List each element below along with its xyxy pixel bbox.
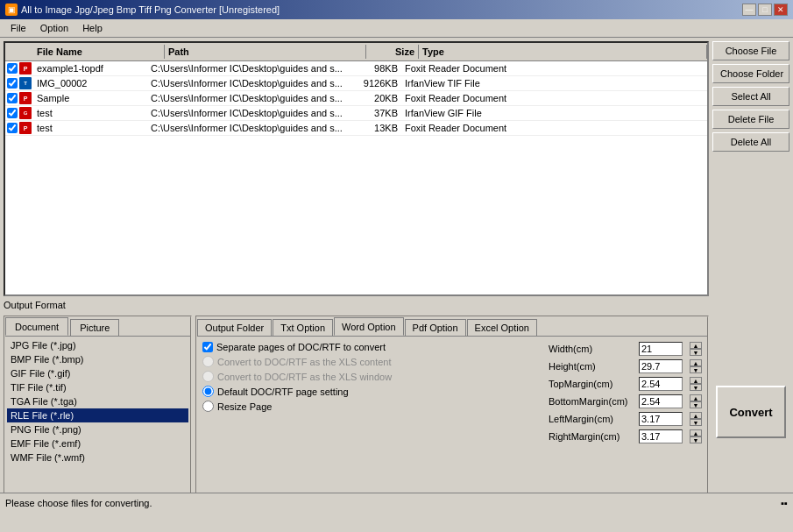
table-row[interactable]: P example1-topdf C:\Users\Informer IC\De… [5,61,707,76]
cell-type: Foxit Reader Document [401,62,707,74]
top-margin-spin-down[interactable]: ▼ [690,384,702,391]
file-icon-gif: G [19,107,32,119]
tab-excel-option[interactable]: Excel Option [467,319,537,336]
right-margin-spinner: ▲ ▼ [690,429,702,443]
choose-folder-button[interactable]: Choose Folder [712,64,789,83]
top-section: File Name Path Size Type P example1-topd… [4,41,789,296]
top-margin-spin-up[interactable]: ▲ [690,377,702,384]
row-checkbox[interactable] [7,93,18,103]
separate-pages-checkbox[interactable] [202,342,213,352]
right-buttons-panel: Choose File Choose Folder Select All Del… [712,41,789,296]
right-margin-spin-up[interactable]: ▲ [690,429,702,436]
maximize-button[interactable]: □ [758,4,772,16]
cell-type: Foxit Reader Document [401,92,707,104]
col-header-type: Type [419,45,707,59]
left-margin-input[interactable] [639,412,683,426]
format-item-rle[interactable]: RLE File (*.rle) [7,408,188,422]
word-options-left: Separate pages of DOC/RTF to convert Con… [202,342,542,501]
menu-option[interactable]: Option [33,21,75,35]
choose-file-button[interactable]: Choose File [712,41,789,60]
height-spin-down[interactable]: ▼ [690,366,702,373]
format-item-png[interactable]: PNG File (*.png) [7,422,188,436]
cell-path: C:\Users\Informer IC\Desktop\guides and … [147,107,349,119]
radio-default-page-input[interactable] [202,386,214,397]
format-item-emf[interactable]: EMF File (*.emf) [7,436,188,450]
radio-xls-window-label: Convert to DOC/RTF as the XLS window [217,372,392,382]
format-item-gif[interactable]: GIF File (*.gif) [7,366,188,380]
table-row[interactable]: P test C:\Users\Informer IC\Desktop\guid… [5,121,707,136]
row-checkbox[interactable] [7,108,18,118]
file-table: File Name Path Size Type P example1-topd… [4,41,709,296]
file-icon-tif: T [19,77,32,89]
radio-xls-content-input[interactable] [202,356,214,367]
output-format-label: Output Format [4,300,789,310]
left-margin-spinner: ▲ ▼ [690,412,702,426]
cell-type: IrfanView GIF File [401,107,707,119]
tab-word-option[interactable]: Word Option [334,317,404,336]
left-margin-spin-down[interactable]: ▼ [690,419,702,426]
menu-help[interactable]: Help [75,21,110,35]
width-spinner: ▲ ▼ [690,342,702,356]
format-item-tga[interactable]: TGA File (*.tga) [7,394,188,408]
select-all-button[interactable]: Select All [712,87,789,106]
width-input[interactable] [639,342,683,356]
right-margin-spin-down[interactable]: ▼ [690,436,702,443]
right-margin-input[interactable] [639,429,683,443]
top-margin-input[interactable] [639,377,683,391]
minimize-button[interactable]: — [742,4,756,16]
file-rows: P example1-topdf C:\Users\Informer IC\De… [5,61,707,294]
width-row: Width(cm) ▲ ▼ [549,342,702,356]
format-item-tif[interactable]: TIF File (*.tif) [7,380,188,394]
bottom-margin-input[interactable] [639,394,683,408]
height-spinner: ▲ ▼ [690,359,702,373]
bottom-margin-label: BottomMargin(cm) [549,396,632,407]
close-button[interactable]: ✕ [774,4,788,16]
format-list-panel: Document Picture JPG File (*.jpg) BMP Fi… [4,316,192,508]
cell-filename: test [33,107,147,119]
options-tab-row: Output Folder Txt Option Word Option Pdf… [197,317,707,337]
radio-resize-page-label: Resize Page [217,401,272,412]
row-checkbox[interactable] [7,123,18,133]
app-icon: ▣ [5,4,18,16]
tab-picture[interactable]: Picture [70,319,119,336]
radio-resize-page-input[interactable] [202,401,214,412]
bottom-margin-row: BottomMargin(cm) ▲ ▼ [549,394,702,408]
width-spin-down[interactable]: ▼ [690,349,702,356]
format-item-bmp[interactable]: BMP File (*.bmp) [7,352,188,366]
bottom-margin-spin-up[interactable]: ▲ [690,394,702,401]
format-item-jpg[interactable]: JPG File (*.jpg) [7,338,188,352]
radio-xls-window-input[interactable] [202,371,214,382]
tab-document[interactable]: Document [5,317,68,336]
status-bar: Please choose files for converting. ▪▪ [0,493,793,512]
format-item-wmf[interactable]: WMF File (*.wmf) [7,450,188,465]
menu-file[interactable]: File [4,21,33,35]
file-icon-pdf: P [19,92,32,104]
separate-pages-label: Separate pages of DOC/RTF to convert [216,342,386,352]
table-header: File Name Path Size Type [5,43,707,61]
tab-output-folder[interactable]: Output Folder [197,319,272,336]
cell-path: C:\Users\Informer IC\Desktop\guides and … [147,122,349,134]
table-row[interactable]: P Sample C:\Users\Informer IC\Desktop\gu… [5,91,707,106]
menu-bar: File Option Help [0,19,793,38]
col-header-filename: File Name [33,45,165,59]
cell-path: C:\Users\Informer IC\Desktop\guides and … [147,92,349,104]
tab-txt-option[interactable]: Txt Option [273,319,333,336]
table-row[interactable]: G test C:\Users\Informer IC\Desktop\guid… [5,106,707,121]
status-message: Please choose files for converting. [5,498,152,508]
left-margin-spin-up[interactable]: ▲ [690,412,702,419]
tab-pdf-option[interactable]: Pdf Option [405,319,466,336]
separate-pages-option: Separate pages of DOC/RTF to convert [202,342,542,352]
height-row: Height(cm) ▲ ▼ [549,359,702,373]
file-icon-pdf: P [19,62,32,74]
height-input[interactable] [639,359,683,373]
table-row[interactable]: T IMG_00002 C:\Users\Informer IC\Desktop… [5,76,707,91]
delete-file-button[interactable]: Delete File [712,110,789,129]
row-checkbox[interactable] [7,78,18,89]
height-spin-up[interactable]: ▲ [690,359,702,366]
row-checkbox[interactable] [7,63,18,74]
bottom-margin-spin-down[interactable]: ▼ [690,401,702,408]
width-spin-up[interactable]: ▲ [690,342,702,349]
delete-all-button[interactable]: Delete All [712,132,789,152]
convert-button[interactable]: Convert [716,386,786,438]
title-bar: ▣ All to Image Jpg/Jpeg Bmp Tiff Png Con… [0,0,793,19]
